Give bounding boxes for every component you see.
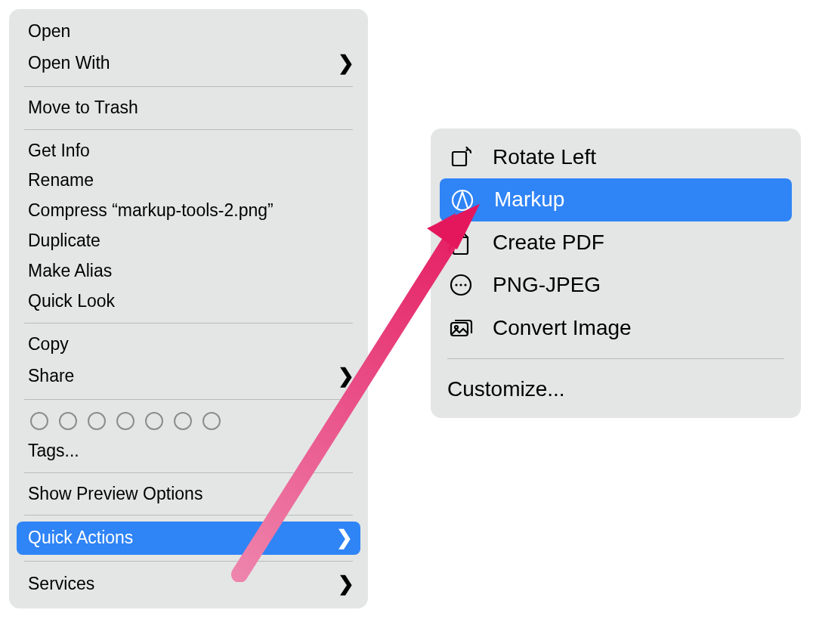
menu-item-rename[interactable]: Rename: [9, 166, 368, 196]
tag-color-circle[interactable]: [116, 412, 134, 430]
sub-item-png-jpeg[interactable]: PNG-JPEG: [431, 264, 801, 306]
menu-label: Show Preview Options: [28, 483, 202, 506]
menu-item-get-info[interactable]: Get Info: [9, 136, 368, 166]
menu-label: Share: [28, 365, 74, 388]
menu-label: Open: [28, 20, 70, 43]
menu-item-duplicate[interactable]: Duplicate: [9, 226, 368, 256]
menu-item-copy[interactable]: Copy: [9, 330, 368, 360]
menu-separator: [24, 323, 353, 324]
menu-item-compress[interactable]: Compress “markup-tools-2.png”: [9, 196, 368, 226]
chevron-right-icon: ❯: [338, 364, 354, 389]
menu-separator: [24, 515, 353, 516]
sub-item-markup[interactable]: Markup: [440, 178, 792, 221]
menu-separator: [24, 561, 353, 562]
sub-item-rotate-left[interactable]: Rotate Left: [431, 136, 801, 178]
sub-item-customize[interactable]: Customize...: [431, 368, 801, 410]
chevron-right-icon: ❯: [338, 51, 354, 76]
menu-separator: [24, 399, 353, 400]
menu-item-quick-look[interactable]: Quick Look: [9, 286, 368, 317]
ellipsis-circle-icon: [447, 271, 474, 299]
menu-separator: [24, 472, 353, 473]
menu-label: Copy: [28, 333, 69, 356]
menu-label: Make Alias: [28, 260, 112, 283]
menu-item-open[interactable]: Open: [9, 17, 368, 47]
chevron-right-icon: ❯: [336, 525, 353, 551]
tag-color-circle[interactable]: [145, 412, 163, 430]
svg-point-4: [459, 284, 462, 286]
menu-item-quick-actions[interactable]: Quick Actions ❯: [17, 522, 360, 555]
menu-label: Open With: [28, 52, 110, 75]
menu-label: Move to Trash: [28, 97, 138, 119]
menu-item-share[interactable]: Share ❯: [9, 360, 368, 393]
context-menu-quick-actions: Rotate Left Markup Create PDF: [431, 128, 801, 418]
menu-label: Markup: [494, 186, 564, 213]
menu-separator: [24, 86, 353, 87]
menu-separator: [447, 358, 784, 359]
svg-point-5: [464, 284, 466, 286]
menu-label: Convert Image: [493, 314, 632, 342]
menu-label: Quick Actions: [28, 527, 133, 550]
menu-label: Get Info: [28, 140, 90, 163]
tag-color-circle[interactable]: [30, 412, 48, 430]
sub-item-convert-image[interactable]: Convert Image: [431, 307, 801, 349]
menu-label: Rotate Left: [493, 144, 596, 171]
menu-label: Rename: [28, 169, 94, 192]
menu-item-show-preview-options[interactable]: Show Preview Options: [9, 479, 368, 509]
tag-color-circle[interactable]: [59, 412, 77, 430]
menu-label: PNG-JPEG: [493, 271, 601, 299]
svg-point-7: [455, 326, 458, 329]
sub-item-create-pdf[interactable]: Create PDF: [431, 221, 801, 264]
menu-label: Quick Look: [28, 290, 115, 313]
menu-item-tags[interactable]: Tags...: [9, 436, 368, 466]
chevron-right-icon: ❯: [338, 571, 354, 597]
markup-icon: [449, 187, 476, 214]
tag-color-circle[interactable]: [88, 412, 106, 430]
tag-color-circle[interactable]: [202, 412, 221, 430]
menu-label: Tags...: [28, 440, 79, 463]
menu-label: Compress “markup-tools-2.png”: [28, 200, 274, 222]
context-menu-main: Open Open With ❯ Move to Trash Get Info …: [9, 9, 368, 608]
svg-rect-0: [453, 152, 466, 166]
menu-item-make-alias[interactable]: Make Alias: [9, 256, 368, 286]
menu-item-open-with[interactable]: Open With ❯: [9, 47, 368, 80]
menu-item-move-to-trash[interactable]: Move to Trash: [9, 93, 368, 123]
tag-color-circle[interactable]: [174, 412, 192, 430]
menu-label: Duplicate: [28, 230, 100, 252]
tag-color-row: [9, 406, 368, 436]
menu-separator: [24, 129, 353, 130]
menu-item-services[interactable]: Services ❯: [9, 568, 368, 601]
document-icon: [447, 229, 474, 256]
menu-label: Customize...: [447, 376, 565, 403]
rotate-left-icon: [447, 144, 474, 171]
images-icon: [447, 314, 474, 342]
menu-label: Services: [28, 573, 94, 596]
svg-point-3: [455, 284, 457, 286]
menu-label: Create PDF: [493, 229, 604, 256]
